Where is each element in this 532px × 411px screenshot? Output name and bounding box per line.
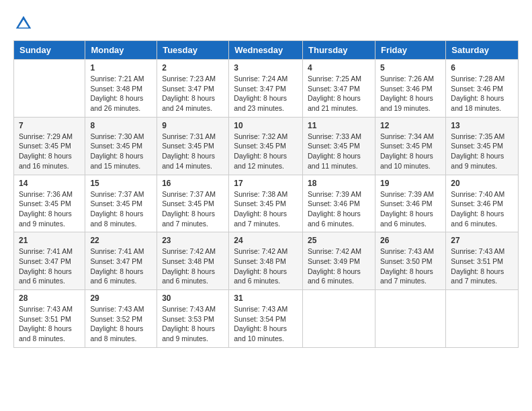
day-info: Sunrise: 7:42 AMSunset: 3:49 PMDaylight:… [308,246,370,286]
calendar-cell: 5Sunrise: 7:26 AMSunset: 3:46 PMDaylight… [375,60,445,118]
day-info: Sunrise: 7:33 AMSunset: 3:45 PMDaylight:… [308,132,370,171]
day-info: Sunrise: 7:32 AMSunset: 3:45 PMDaylight:… [234,132,298,171]
day-number: 18 [308,179,370,188]
day-number: 8 [90,121,152,130]
day-info: Sunrise: 7:40 AMSunset: 3:46 PMDaylight:… [451,189,513,229]
day-number: 7 [19,121,80,130]
calendar-cell [14,60,85,118]
day-info: Sunrise: 7:39 AMSunset: 3:46 PMDaylight:… [308,189,370,229]
day-info: Sunrise: 7:36 AMSunset: 3:45 PMDaylight:… [19,189,80,229]
day-info: Sunrise: 7:21 AMSunset: 3:48 PMDaylight:… [90,74,152,113]
day-number: 24 [234,236,298,245]
day-info: Sunrise: 7:39 AMSunset: 3:46 PMDaylight:… [380,189,441,229]
calendar-cell: 13Sunrise: 7:35 AMSunset: 3:45 PMDayligh… [446,117,519,175]
day-info: Sunrise: 7:41 AMSunset: 3:47 PMDaylight:… [19,246,80,286]
day-number: 28 [19,293,80,303]
calendar-week-1: 1Sunrise: 7:21 AMSunset: 3:48 PMDaylight… [14,60,519,118]
day-info: Sunrise: 7:35 AMSunset: 3:45 PMDaylight:… [451,132,513,171]
day-number: 27 [451,236,513,245]
day-info: Sunrise: 7:42 AMSunset: 3:48 PMDaylight:… [234,246,298,286]
day-number: 23 [162,236,224,245]
calendar-cell: 24Sunrise: 7:42 AMSunset: 3:48 PMDayligh… [229,232,303,290]
day-info: Sunrise: 7:29 AMSunset: 3:45 PMDaylight:… [19,132,80,171]
day-number: 2 [162,63,224,73]
calendar-cell [375,290,445,348]
day-number: 6 [451,63,513,73]
day-info: Sunrise: 7:34 AMSunset: 3:45 PMDaylight:… [380,132,441,171]
day-number: 22 [90,236,152,245]
day-number: 20 [451,179,513,188]
day-number: 12 [380,121,441,130]
calendar-cell: 17Sunrise: 7:38 AMSunset: 3:45 PMDayligh… [229,175,303,232]
calendar-cell: 9Sunrise: 7:31 AMSunset: 3:45 PMDaylight… [157,117,229,175]
col-header-monday: Monday [85,41,157,60]
calendar-cell [303,290,375,348]
day-info: Sunrise: 7:23 AMSunset: 3:47 PMDaylight:… [162,74,224,113]
calendar-cell: 12Sunrise: 7:34 AMSunset: 3:45 PMDayligh… [375,117,445,175]
day-number: 11 [308,121,370,130]
calendar-cell: 29Sunrise: 7:43 AMSunset: 3:52 PMDayligh… [85,290,157,348]
day-number: 26 [380,236,441,245]
calendar-cell: 4Sunrise: 7:25 AMSunset: 3:47 PMDaylight… [303,60,375,118]
logo [13,13,35,34]
day-info: Sunrise: 7:43 AMSunset: 3:52 PMDaylight:… [90,304,152,344]
day-info: Sunrise: 7:43 AMSunset: 3:50 PMDaylight:… [380,246,441,286]
calendar-cell: 19Sunrise: 7:39 AMSunset: 3:46 PMDayligh… [375,175,445,232]
day-info: Sunrise: 7:41 AMSunset: 3:47 PMDaylight:… [90,246,152,286]
calendar-cell [446,290,519,348]
col-header-wednesday: Wednesday [229,41,303,60]
calendar-cell: 3Sunrise: 7:24 AMSunset: 3:47 PMDaylight… [229,60,303,118]
day-info: Sunrise: 7:38 AMSunset: 3:45 PMDaylight:… [234,189,298,229]
calendar-cell: 20Sunrise: 7:40 AMSunset: 3:46 PMDayligh… [446,175,519,232]
calendar-cell: 26Sunrise: 7:43 AMSunset: 3:50 PMDayligh… [375,232,445,290]
day-info: Sunrise: 7:37 AMSunset: 3:45 PMDaylight:… [90,189,152,229]
col-header-friday: Friday [375,41,445,60]
calendar-cell: 16Sunrise: 7:37 AMSunset: 3:45 PMDayligh… [157,175,229,232]
calendar-header-row: SundayMondayTuesdayWednesdayThursdayFrid… [14,41,519,60]
day-number: 15 [90,179,152,188]
calendar-table: SundayMondayTuesdayWednesdayThursdayFrid… [13,40,519,348]
calendar-cell: 28Sunrise: 7:43 AMSunset: 3:51 PMDayligh… [14,290,85,348]
calendar-cell: 15Sunrise: 7:37 AMSunset: 3:45 PMDayligh… [85,175,157,232]
calendar-cell: 18Sunrise: 7:39 AMSunset: 3:46 PMDayligh… [303,175,375,232]
day-number: 25 [308,236,370,245]
calendar-cell: 22Sunrise: 7:41 AMSunset: 3:47 PMDayligh… [85,232,157,290]
day-number: 4 [308,63,370,73]
day-number: 10 [234,121,298,130]
day-info: Sunrise: 7:43 AMSunset: 3:53 PMDaylight:… [162,304,224,344]
calendar-cell: 1Sunrise: 7:21 AMSunset: 3:48 PMDaylight… [85,60,157,118]
day-number: 29 [90,293,152,303]
calendar-cell: 30Sunrise: 7:43 AMSunset: 3:53 PMDayligh… [157,290,229,348]
day-info: Sunrise: 7:25 AMSunset: 3:47 PMDaylight:… [308,74,370,113]
calendar-cell: 25Sunrise: 7:42 AMSunset: 3:49 PMDayligh… [303,232,375,290]
calendar-cell: 8Sunrise: 7:30 AMSunset: 3:45 PMDaylight… [85,117,157,175]
day-number: 3 [234,63,298,73]
day-number: 21 [19,236,80,245]
day-info: Sunrise: 7:43 AMSunset: 3:51 PMDaylight:… [19,304,80,344]
day-info: Sunrise: 7:26 AMSunset: 3:46 PMDaylight:… [380,74,441,113]
day-info: Sunrise: 7:37 AMSunset: 3:45 PMDaylight:… [162,189,224,229]
day-info: Sunrise: 7:30 AMSunset: 3:45 PMDaylight:… [90,132,152,171]
day-info: Sunrise: 7:43 AMSunset: 3:51 PMDaylight:… [451,246,513,286]
day-number: 19 [380,179,441,188]
calendar-cell: 2Sunrise: 7:23 AMSunset: 3:47 PMDaylight… [157,60,229,118]
day-number: 14 [19,179,80,188]
day-info: Sunrise: 7:24 AMSunset: 3:47 PMDaylight:… [234,74,298,113]
calendar-cell: 7Sunrise: 7:29 AMSunset: 3:45 PMDaylight… [14,117,85,175]
calendar-cell: 14Sunrise: 7:36 AMSunset: 3:45 PMDayligh… [14,175,85,232]
day-number: 1 [90,63,152,73]
calendar-week-2: 7Sunrise: 7:29 AMSunset: 3:45 PMDaylight… [14,117,519,175]
day-number: 16 [162,179,224,188]
day-info: Sunrise: 7:28 AMSunset: 3:46 PMDaylight:… [451,74,513,113]
day-number: 5 [380,63,441,73]
logo-icon [13,13,34,34]
day-number: 13 [451,121,513,130]
calendar-cell: 21Sunrise: 7:41 AMSunset: 3:47 PMDayligh… [14,232,85,290]
calendar-cell: 11Sunrise: 7:33 AMSunset: 3:45 PMDayligh… [303,117,375,175]
day-number: 9 [162,121,224,130]
day-info: Sunrise: 7:31 AMSunset: 3:45 PMDaylight:… [162,132,224,171]
col-header-thursday: Thursday [303,41,375,60]
day-info: Sunrise: 7:43 AMSunset: 3:54 PMDaylight:… [234,304,298,344]
page-header [13,13,519,34]
calendar-cell: 31Sunrise: 7:43 AMSunset: 3:54 PMDayligh… [229,290,303,348]
